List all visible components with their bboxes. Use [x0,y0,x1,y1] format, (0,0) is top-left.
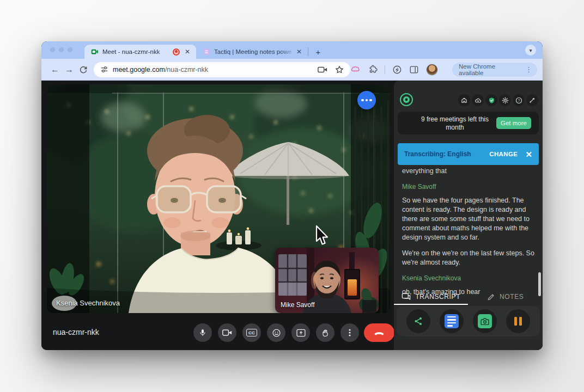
address-bar[interactable]: meet.google.com/nua-czmr-nkk [94,62,350,77]
reactions-button[interactable] [267,323,285,342]
tactiq-logo-icon [399,93,413,107]
shield-check-icon [488,97,495,104]
captions-icon: CC [246,329,257,336]
browser-toolbar: ← → meet.google.com/nua-czmr-nkk [41,59,543,81]
participant-name-label: Ksenia Svechnikova [56,299,120,307]
end-call-icon [374,330,385,335]
tab-strip: Meet - nua-czmr-nkk ✕ Tactiq | Meeting n… [41,41,543,59]
screenshot-button[interactable] [473,309,497,333]
reload-button[interactable] [76,63,90,77]
transcript-paragraph: We're on the we're on the last few steps… [402,249,534,267]
profile-avatar[interactable] [426,64,438,76]
more-vertical-icon [346,328,354,337]
microphone-icon [198,328,207,337]
home-icon [461,97,467,103]
google-docs-icon [445,314,459,328]
privacy-shield-button[interactable] [485,94,497,106]
transcribing-label: Transcribing: English [404,150,471,158]
svg-text:?: ? [518,98,520,102]
tab-close-icon[interactable]: ✕ [295,47,303,56]
transcript-panel[interactable]: everything that Mike Savoff So we have t… [402,167,534,303]
window-controls[interactable] [50,47,72,52]
sidebar-tabs: TRANSCRIPT NOTES [394,290,543,304]
tactiq-sidebar: ? 9 free meetings left this month Get mo… [394,81,543,350]
reload-icon [79,65,88,74]
free-meetings-banner: 9 free meetings left this month Get more [398,112,539,134]
pip-video-tile[interactable]: Mike Savoff [275,248,379,313]
google-docs-button[interactable] [440,309,464,333]
pause-icon [514,317,522,326]
recording-indicator-icon [173,48,180,56]
toolbar-separator [385,65,385,74]
captions-button[interactable]: CC [242,323,261,342]
dot-icon [369,99,372,102]
cloud-sync-button[interactable] [472,94,484,106]
circle-extension-icon[interactable] [392,65,402,75]
main-video-tile: Ksenia Svechnikova [47,84,390,313]
cloud-sync-icon [474,97,482,104]
settings-button[interactable] [499,94,511,106]
change-language-button[interactable]: CHANGE [489,151,518,157]
pink-extension-icon[interactable] [350,64,361,75]
pip-name-label: Mike Savoff [281,301,314,309]
present-screen-button[interactable] [291,323,310,342]
raise-hand-button[interactable] [316,323,334,342]
camera-button[interactable] [218,323,236,342]
get-more-button[interactable]: Get more [496,117,531,129]
more-options-button[interactable] [340,323,359,342]
minimize-window-icon[interactable] [59,47,64,52]
forward-button[interactable]: → [62,63,76,77]
tab-search-chevron-icon[interactable]: ▾ [525,45,536,56]
transcribing-banner: Transcribing: English CHANGE ✕ [398,143,539,165]
settings-gear-icon [502,97,509,104]
help-icon: ? [515,97,522,104]
chat-icon [402,293,411,301]
tab-tactiq[interactable]: Tactiq | Meeting notes powe ✕ [196,45,308,59]
speaker-name: Ksenia Svechnikova [402,274,534,283]
new-chrome-available-button[interactable]: New Chrome available ⋮ [452,63,537,77]
tab-notes[interactable]: NOTES [469,290,543,304]
transcript-fragment: everything that [402,167,534,176]
share-icon [413,316,423,326]
video-camera-icon [222,329,232,336]
page-content: Ksenia Svechnikova [41,81,543,350]
close-window-icon[interactable] [50,47,55,52]
end-call-button[interactable] [364,323,394,342]
tab-title: Tactiq | Meeting notes powe [214,48,295,55]
extensions-puzzle-icon[interactable] [368,65,378,75]
tactiq-chat-bubble-button[interactable] [357,91,376,109]
detach-panel-button[interactable] [526,94,538,106]
pause-recording-button[interactable] [506,309,530,333]
banner-close-icon[interactable]: ✕ [525,150,532,158]
raise-hand-icon [321,328,330,338]
tab-meet[interactable]: Meet - nua-czmr-nkk ✕ [84,45,196,59]
active-tab-underline [394,304,468,305]
tab-close-icon[interactable]: ✕ [183,47,192,56]
mouse-cursor [315,225,329,247]
help-button[interactable]: ? [513,94,525,106]
meet-control-bar: nua-czmr-nkk CC [41,313,394,350]
free-meetings-text: 9 free meetings left this month [412,115,498,131]
back-button[interactable]: ← [48,63,62,77]
dot-icon [366,99,368,102]
meeting-code-label: nua-czmr-nkk [53,328,99,336]
tab-transcript[interactable]: TRANSCRIPT [394,290,469,304]
bookmark-star-icon[interactable] [335,65,344,74]
tab-title: Meet - nua-czmr-nkk [102,48,169,55]
side-panel-icon[interactable] [409,65,419,75]
present-screen-icon [296,329,306,337]
tactiq-favicon-icon [203,48,210,56]
tune-icon [100,65,108,74]
url-text[interactable]: meet.google.com/nua-czmr-nkk [113,66,208,74]
share-button[interactable] [406,309,430,333]
browser-menu-icon[interactable]: ⋮ [525,66,532,73]
sidebar-action-bar [397,306,540,336]
dot-icon [361,99,364,102]
extensions-row: New Chrome available ⋮ [350,63,537,77]
new-tab-button[interactable]: + [312,45,325,58]
microphone-button[interactable] [193,323,212,342]
screenshot-camera-icon [478,314,492,328]
home-button[interactable] [458,94,470,106]
video-camera-icon[interactable] [318,66,327,74]
zoom-window-icon[interactable] [68,47,72,52]
